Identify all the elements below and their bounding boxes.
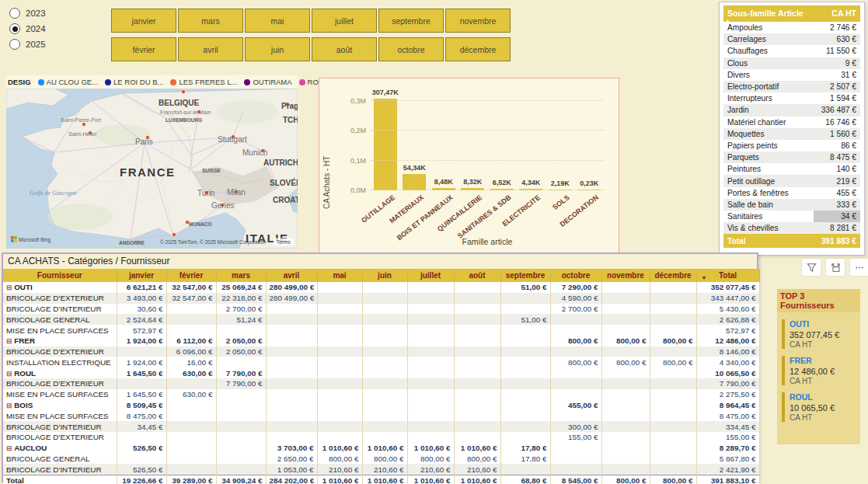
matrix-column-header-novembre[interactable]: novembre [601, 269, 650, 282]
month-button-avril[interactable]: avril [178, 37, 243, 61]
map-bubble[interactable] [172, 232, 176, 236]
collapse-icon[interactable]: ⊟ [6, 402, 12, 409]
radio-icon[interactable] [9, 8, 20, 19]
map-bubble[interactable] [82, 122, 85, 126]
matrix-row[interactable]: BRICOLAGE GENERAL2 650,00 €800,00 €800,0… [3, 454, 759, 465]
month-button-juillet[interactable]: juillet [312, 9, 377, 33]
subfamily-header-caht[interactable]: CA HT [814, 5, 860, 22]
top3-item-ROUL[interactable]: ROUL10 065,50 €CA HT [782, 392, 857, 422]
radio-icon[interactable] [9, 39, 20, 50]
matrix-row[interactable]: BRICOLAGE GENERAL2 524,64 €51,24 €51,00 … [3, 314, 759, 325]
matrix-row[interactable]: MISE EN PLACE SURFACES8 475,00 €8 475,00… [3, 410, 759, 421]
matrix-row[interactable]: ⊟AUCLOU526,50 €3 703,00 €1 010,60 €1 010… [3, 443, 759, 454]
legend-item[interactable]: LE ROI DU B... [105, 78, 163, 86]
matrix-row[interactable]: BRICOLAGE D'INTERIEUR30,60 €2 700,00 €2 … [3, 304, 759, 315]
matrix-row[interactable]: ⊟OUTI6 621,21 €32 547,00 €25 069,24 €280… [3, 282, 759, 293]
table-row[interactable]: Moquettes1 560 € [723, 128, 860, 140]
matrix-row[interactable]: INSTALLATION ELECTRIQUE1 924,00 €16,00 €… [3, 357, 759, 367]
table-row[interactable]: Vis & chevilles8 281 € [723, 222, 860, 234]
matrix-column-header-juin[interactable]: juin [362, 269, 407, 282]
filter-icon[interactable] [802, 259, 821, 276]
table-row[interactable]: Sanitaires34 € [723, 211, 860, 222]
gridline [371, 160, 604, 161]
table-row[interactable]: Salle de bain333 € [723, 199, 860, 211]
matrix-column-header-avril[interactable]: avril [266, 269, 317, 282]
matrix-cell: 1 053,00 € [266, 464, 317, 475]
matrix-column-header-décembre[interactable]: décembre [650, 269, 696, 282]
bar-slot-6: 2,19KSOLS [546, 99, 575, 190]
matrix-cell [216, 325, 266, 336]
table-row[interactable]: Carrelages630 € [723, 33, 860, 45]
month-button-février[interactable]: février [111, 37, 176, 61]
matrix-cell: 17,80 € [500, 443, 550, 454]
month-button-octobre[interactable]: octobre [378, 37, 444, 61]
legend-item[interactable]: LES FRERES L... [170, 78, 237, 86]
matrix-row[interactable]: BRICOLAGE D'INTERIEUR526,50 €1 053,00 €2… [3, 464, 759, 475]
subfamily-header-article[interactable]: Sous-famille Article ▲ [723, 5, 814, 22]
month-button-juin[interactable]: juin [245, 37, 310, 61]
year-label: 2025 [26, 40, 46, 49]
table-row[interactable]: Ampoules2 746 € [723, 22, 860, 33]
table-row[interactable]: Portes & fenêtres455 € [723, 187, 860, 199]
matrix-column-header-mars[interactable]: mars [216, 269, 266, 282]
matrix-row[interactable]: ⊟BOIS8 509,45 €455,00 €8 964,45 € [3, 400, 759, 411]
terms-link[interactable]: Terms [277, 239, 291, 245]
year-label: 2023 [26, 9, 46, 18]
matrix-row[interactable]: ⊟FRER1 924,00 €6 112,00 €2 050,00 €800,0… [3, 336, 759, 346]
month-button-mai[interactable]: mai [245, 9, 310, 33]
month-button-août[interactable]: août [312, 37, 377, 61]
month-button-novembre[interactable]: novembre [445, 9, 511, 33]
matrix-row[interactable]: ⊟ROUL1 645,50 €630,00 €7 790,00 €10 065,… [3, 367, 759, 378]
table-row[interactable]: Petit outillage219 € [723, 175, 860, 186]
legend-dot-icon [244, 79, 250, 85]
table-row[interactable]: Jardin336 487 € [723, 104, 860, 116]
more-options-icon[interactable] [850, 259, 868, 276]
month-button-décembre[interactable]: décembre [445, 37, 511, 61]
collapse-icon[interactable]: ⊟ [6, 444, 12, 452]
month-button-septembre[interactable]: septembre [378, 9, 444, 33]
matrix-column-header-Total[interactable]: ▼Total [696, 269, 759, 282]
matrix-row[interactable]: BRICOLAGE D'EXTERIEUR155,00 €155,00 € [3, 432, 759, 443]
top3-item-OUTI[interactable]: OUTI352 077,45 €CA HT [782, 319, 857, 349]
map-label: CROATI [273, 196, 298, 204]
matrix-row[interactable]: BRICOLAGE D'EXTERIEUR6 096,00 €2 050,00 … [3, 346, 759, 357]
collapse-icon[interactable]: ⊟ [6, 284, 12, 291]
table-row[interactable]: Chauffages11 550 € [723, 45, 860, 57]
year-option-2023[interactable]: 2023 [9, 8, 46, 19]
table-row[interactable]: Peintures140 € [723, 163, 860, 175]
year-option-2025[interactable]: 2025 [9, 39, 46, 50]
radio-icon[interactable] [9, 23, 20, 34]
matrix-column-header-septembre[interactable]: septembre [500, 269, 550, 282]
matrix-column-header-février[interactable]: février [166, 269, 216, 282]
matrix-column-header-janvier[interactable]: janvier [117, 269, 166, 282]
table-row[interactable]: Divers31 € [723, 69, 860, 81]
collapse-icon[interactable]: ⊟ [6, 370, 12, 378]
collapse-icon[interactable]: ⊟ [6, 337, 12, 345]
legend-item[interactable]: AU CLOU GE... [38, 78, 99, 86]
table-row[interactable]: Papiers peints86 € [723, 140, 860, 151]
matrix-row[interactable]: BRICOLAGE D'EXTERIEUR7 790,00 €7 790,00 … [3, 378, 759, 389]
matrix-column-header-juillet[interactable]: juillet [407, 269, 454, 282]
table-row[interactable]: Clous9 € [723, 57, 860, 69]
focus-mode-icon[interactable] [826, 259, 845, 276]
matrix-row[interactable]: MISE EN PLACE SURFACES1 645,50 €630,00 €… [3, 389, 759, 400]
table-row[interactable]: Matériel chantier16 746 € [723, 117, 860, 128]
matrix-column-header-mai[interactable]: mai [317, 269, 362, 282]
legend-item[interactable]: OUTIRAMA [244, 78, 291, 86]
matrix-row[interactable]: BRICOLAGE D'EXTERIEUR3 493,00 €32 547,00… [3, 293, 759, 304]
map-bubble[interactable] [181, 89, 185, 93]
month-button-mars[interactable]: mars [178, 9, 243, 33]
table-row[interactable]: Parquets8 475 € [723, 151, 860, 163]
matrix-column-header-octobre[interactable]: octobre [550, 269, 601, 282]
matrix-column-header-août[interactable]: août [454, 269, 500, 282]
top3-item-FRER[interactable]: FRER12 486,00 €CA HT [782, 356, 857, 385]
bing-map[interactable]: BELGIQUEFrancfort-sur-le-MainLUXEMBOURGP… [6, 89, 298, 249]
month-button-janvier[interactable]: janvier [111, 9, 176, 33]
matrix-column-header-Fournisseur[interactable]: Fournisseur [3, 269, 117, 282]
table-row[interactable]: Interrupteurs1 594 € [723, 92, 860, 104]
matrix-row[interactable]: MISE EN PLACE SURFACES572,97 €572,97 € [3, 325, 759, 336]
year-option-2024[interactable]: 2024 [9, 23, 46, 34]
bar-OUTILLAGE[interactable] [374, 99, 397, 190]
table-row[interactable]: Electro-portatif2 507 € [723, 81, 860, 92]
matrix-row[interactable]: BRICOLAGE D'INTERIEUR34,45 €300,00 €334,… [3, 421, 759, 432]
